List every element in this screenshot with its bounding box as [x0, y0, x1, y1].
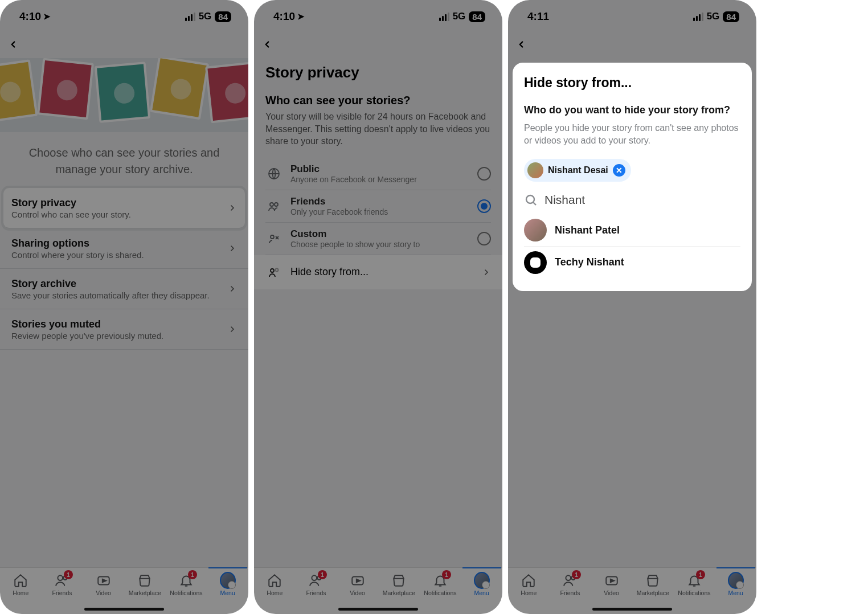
tab-marketplace[interactable]: Marketplace	[124, 572, 165, 596]
status-bar: 4:11 5G 84	[508, 0, 756, 31]
radio-off-icon[interactable]	[477, 167, 491, 181]
home-indicator	[338, 608, 418, 611]
back-button[interactable]	[8, 39, 18, 50]
search-input[interactable]	[544, 193, 740, 207]
row-sub: Control who can see your story.	[11, 210, 228, 219]
tab-label: Friends	[306, 590, 326, 596]
tab-marketplace[interactable]: Marketplace	[632, 572, 673, 596]
tab-marketplace[interactable]: Marketplace	[378, 572, 419, 596]
tab-menu[interactable]: Menu	[461, 572, 502, 596]
screen-story-settings: 4:10 ➤ 5G 84 Choose who can see your sto…	[0, 0, 248, 614]
signal-icon	[439, 13, 449, 21]
avatar-icon	[474, 572, 490, 588]
option-title: Hide story from...	[290, 266, 474, 278]
video-icon	[350, 572, 366, 588]
tab-bar: Home 1 Friends Video Marketplace 1 Notif…	[0, 567, 248, 614]
avatar-icon	[220, 572, 236, 588]
nav-top	[508, 31, 756, 58]
section-desc: Your story will be visible for 24 hours …	[265, 110, 491, 148]
marketplace-icon	[645, 572, 661, 588]
search-icon	[524, 193, 538, 207]
tab-label: Video	[604, 590, 619, 596]
person-minus-icon	[265, 265, 282, 279]
row-sharing-options[interactable]: Sharing options Control where your story…	[0, 228, 248, 269]
option-hide-story[interactable]: Hide story from...	[254, 255, 502, 289]
selected-person-chip[interactable]: Nishant Desai ✕	[524, 159, 631, 182]
chevron-right-icon	[482, 268, 491, 277]
tab-label: Video	[96, 590, 111, 596]
status-bar: 4:10 ➤ 5G 84	[0, 0, 248, 31]
svg-marker-13	[356, 579, 360, 582]
sheet-question: Who do you want to hide your story from?	[524, 104, 740, 116]
video-icon	[96, 572, 112, 588]
back-button[interactable]	[516, 39, 526, 50]
row-stories-muted[interactable]: Stories you muted Review people you've p…	[0, 309, 248, 350]
radio-off-icon[interactable]	[477, 232, 491, 245]
radio-on-icon[interactable]	[477, 199, 491, 213]
tab-friends[interactable]: 1Friends	[296, 572, 337, 596]
chevron-right-icon	[228, 203, 237, 212]
option-public[interactable]: Public Anyone on Facebook or Messenger	[265, 158, 491, 190]
tab-label: Menu	[474, 590, 489, 596]
notif-badge: 1	[442, 570, 451, 579]
signal-icon	[185, 13, 195, 21]
tab-label: Home	[267, 590, 282, 596]
option-title: Public	[290, 163, 469, 175]
result-row[interactable]: Nishant Patel	[524, 215, 740, 247]
option-custom[interactable]: Custom Choose people to show your story …	[265, 223, 491, 255]
tab-friends[interactable]: 1Friends	[550, 572, 591, 596]
svg-point-9	[276, 268, 279, 271]
sheet-desc: People you hide your story from can't se…	[524, 122, 740, 148]
status-bar: 4:10 ➤ 5G 84	[254, 0, 502, 31]
friends-icon: 1	[562, 572, 578, 588]
tab-video[interactable]: Video	[591, 572, 632, 596]
chip-remove-icon[interactable]: ✕	[613, 164, 625, 177]
option-title: Custom	[290, 228, 469, 240]
tab-video[interactable]: Video	[83, 572, 124, 596]
svg-point-16	[566, 575, 571, 580]
video-icon	[604, 572, 620, 588]
result-row[interactable]: Techy Nishant	[524, 247, 740, 279]
custom-icon	[265, 232, 282, 245]
battery-badge: 84	[469, 11, 485, 22]
chip-avatar	[527, 162, 543, 178]
network-label: 5G	[707, 11, 720, 22]
intro-text: Choose who can see your stories and mana…	[0, 132, 248, 188]
row-sub: Save your stories automatically after th…	[11, 290, 228, 300]
nav-top	[0, 31, 248, 58]
tab-video[interactable]: Video	[337, 572, 378, 596]
tab-label: Marketplace	[129, 590, 161, 596]
search-row	[524, 193, 740, 207]
option-friends[interactable]: Friends Only your Facebook friends	[265, 190, 491, 223]
tab-notifications[interactable]: 1Notifications	[420, 572, 461, 596]
battery-badge: 84	[215, 11, 231, 22]
tab-label: Notifications	[424, 590, 456, 596]
tab-label: Marketplace	[383, 590, 415, 596]
svg-point-0	[58, 575, 63, 580]
tab-bar: Home 1Friends Video Marketplace 1Notific…	[508, 567, 756, 614]
tab-notifications[interactable]: 1Notifications	[674, 572, 715, 596]
settings-list: Story privacy Control who can see your s…	[0, 188, 248, 350]
tab-label: Home	[13, 590, 28, 596]
home-icon	[267, 572, 282, 588]
tab-home[interactable]: Home	[508, 572, 549, 596]
chip-name: Nishant Desai	[548, 165, 608, 175]
tab-menu[interactable]: Menu	[715, 572, 756, 596]
notif-badge: 1	[188, 570, 197, 579]
tab-home[interactable]: Home	[254, 572, 295, 596]
marketplace-icon	[391, 572, 407, 588]
status-time: 4:10	[273, 10, 295, 23]
friends-icon: 1	[54, 572, 70, 588]
tab-label: Video	[350, 590, 365, 596]
tab-notifications[interactable]: 1 Notifications	[166, 572, 207, 596]
svg-line-15	[533, 202, 536, 205]
svg-point-6	[275, 203, 278, 206]
tab-friends[interactable]: 1 Friends	[42, 572, 83, 596]
row-story-archive[interactable]: Story archive Save your stories automati…	[0, 269, 248, 309]
bell-icon: 1	[686, 572, 702, 588]
row-title: Sharing options	[11, 238, 228, 249]
tab-menu[interactable]: Menu	[207, 572, 248, 596]
tab-home[interactable]: Home	[0, 572, 41, 596]
row-story-privacy[interactable]: Story privacy Control who can see your s…	[3, 188, 245, 228]
back-button[interactable]	[262, 39, 272, 50]
